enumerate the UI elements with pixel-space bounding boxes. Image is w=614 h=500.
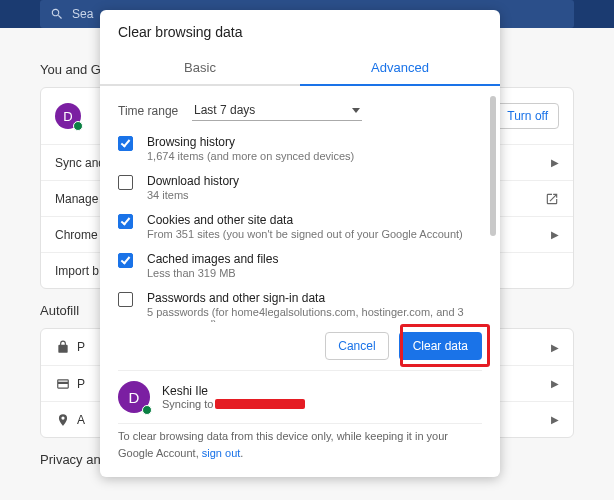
checkbox-subtitle: 1,674 items (and more on synced devices)	[147, 150, 354, 162]
checkbox[interactable]	[118, 136, 133, 151]
chevron-right-icon: ▶	[551, 378, 559, 389]
checkbox-row: Browsing history1,674 items (and more on…	[118, 135, 478, 162]
checkbox-subtitle: 5 passwords (for home4legalsolutions.com…	[147, 306, 478, 322]
search-icon	[50, 7, 64, 21]
checkbox-row: Download history34 items	[118, 174, 478, 201]
chevron-down-icon	[352, 108, 360, 113]
checkbox-title: Browsing history	[147, 135, 354, 149]
avatar: D	[55, 103, 81, 129]
checkbox[interactable]	[118, 292, 133, 307]
avatar: D	[118, 381, 150, 413]
checkbox-title: Cookies and other site data	[147, 213, 463, 227]
search-placeholder: Sea	[72, 7, 93, 21]
external-link-icon	[545, 192, 559, 206]
checkbox-subtitle: 34 items	[147, 189, 239, 201]
checkbox[interactable]	[118, 175, 133, 190]
checkbox-subtitle: From 351 sites (you won't be signed out …	[147, 228, 463, 240]
clear-browsing-data-dialog: Clear browsing data Basic Advanced Time …	[100, 10, 500, 477]
chevron-right-icon: ▶	[551, 157, 559, 168]
key-icon	[55, 340, 71, 354]
chevron-right-icon: ▶	[551, 414, 559, 425]
card-icon	[55, 377, 71, 391]
chevron-right-icon: ▶	[551, 229, 559, 240]
checkbox-title: Passwords and other sign-in data	[147, 291, 478, 305]
chevron-right-icon: ▶	[551, 342, 559, 353]
checkbox[interactable]	[118, 214, 133, 229]
sync-label: Syncing to	[162, 398, 213, 410]
location-icon	[55, 413, 71, 427]
highlight-annotation	[400, 324, 490, 367]
turn-off-button[interactable]: Turn off	[496, 103, 559, 129]
tab-advanced[interactable]: Advanced	[300, 50, 500, 84]
tab-basic[interactable]: Basic	[100, 50, 300, 84]
time-range-select[interactable]: Last 7 days	[192, 100, 362, 121]
sign-out-link[interactable]: sign out	[202, 447, 241, 459]
redacted-text	[215, 399, 305, 409]
checkbox-subtitle: Less than 319 MB	[147, 267, 278, 279]
checkbox-row: Passwords and other sign-in data5 passwo…	[118, 291, 478, 322]
dialog-title: Clear browsing data	[100, 10, 500, 50]
checkbox-row: Cookies and other site dataFrom 351 site…	[118, 213, 478, 240]
footnote: To clear browsing data from this device …	[100, 424, 500, 477]
checkbox[interactable]	[118, 253, 133, 268]
scrollbar[interactable]	[490, 96, 496, 236]
checkbox-row: Cached images and filesLess than 319 MB	[118, 252, 478, 279]
time-range-label: Time range	[118, 104, 192, 118]
cancel-button[interactable]: Cancel	[325, 332, 388, 360]
user-name: Keshi Ile	[162, 384, 305, 398]
checkbox-title: Cached images and files	[147, 252, 278, 266]
checkbox-title: Download history	[147, 174, 239, 188]
